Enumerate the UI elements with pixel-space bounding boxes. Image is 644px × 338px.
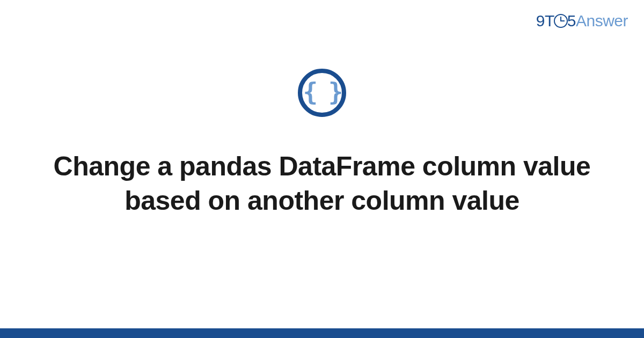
logo-text-answer: Answer: [576, 12, 628, 30]
logo-text-9t: 9T: [536, 12, 554, 30]
logo-text-5: 5: [567, 12, 576, 30]
page-title: Change a pandas DataFrame column value b…: [32, 149, 612, 218]
clock-icon: [554, 14, 568, 28]
braces-glyph: { }: [303, 79, 341, 104]
code-braces-icon: { }: [298, 69, 346, 117]
site-logo: 9T5Answer: [536, 12, 628, 30]
bottom-accent-bar: [0, 328, 644, 338]
